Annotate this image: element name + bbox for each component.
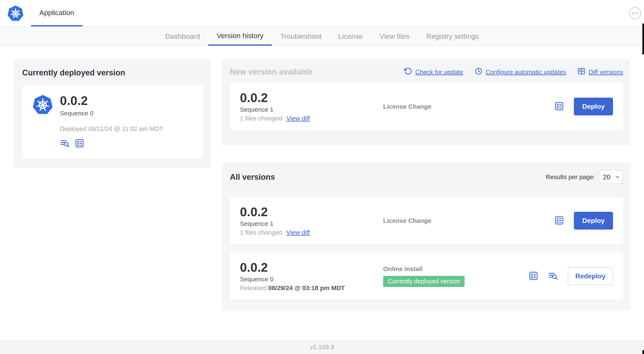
- results-per-page-value: 20: [603, 173, 610, 181]
- version-source-label: Online Install: [383, 265, 422, 272]
- released-label: Released: [240, 284, 268, 291]
- ellipsis-icon: [632, 13, 638, 14]
- currently-deployed-title: Currently deployed version: [22, 68, 203, 77]
- files-changed-label: 1 files changed: [240, 115, 282, 122]
- release-notes-button[interactable]: [554, 101, 564, 112]
- deploy-button[interactable]: Deploy: [574, 98, 613, 115]
- release-notes-button[interactable]: [74, 138, 84, 149]
- version-sequence: Sequence 0: [240, 276, 383, 283]
- new-version-panel: New version available Check for update C…: [222, 59, 630, 145]
- checklist-icon: [554, 101, 564, 112]
- scrollbar-thumb[interactable]: [642, 350, 644, 354]
- tab-view-files[interactable]: View files: [371, 27, 418, 46]
- new-version-title: New version available: [230, 68, 312, 77]
- view-logs-button[interactable]: [548, 271, 558, 281]
- redeploy-button[interactable]: Redeploy: [568, 267, 613, 285]
- version-sequence: Sequence 1: [240, 220, 383, 227]
- chevron-down-icon: [615, 174, 620, 180]
- version-number: 0.0.2: [240, 91, 383, 104]
- configure-automatic-updates-link[interactable]: Configure automatic updates: [474, 67, 566, 77]
- new-version-card: 0.0.2 Sequence 1 1 files changed View di…: [230, 83, 623, 130]
- deployed-version-number: 0.0.2: [60, 94, 163, 107]
- diff-versions-link[interactable]: Diff versions: [577, 67, 623, 77]
- release-notes-button[interactable]: [554, 215, 564, 226]
- log-search-icon: [60, 138, 70, 149]
- application-tab[interactable]: Application: [31, 0, 82, 26]
- kubernetes-logo: [0, 0, 31, 26]
- console-version: v1.109.3: [310, 343, 334, 351]
- app-header: Application: [0, 0, 644, 27]
- checklist-icon: [528, 271, 538, 281]
- deployed-timestamp: Deployed 09/11/24 @ 11:02 am MDT: [60, 125, 163, 132]
- all-versions-title: All versions: [230, 173, 275, 182]
- results-per-page-select[interactable]: 20: [599, 170, 623, 184]
- currently-deployed-panel: Currently deployed version 0.0.2 Sequenc…: [14, 59, 212, 168]
- main-content: Currently deployed version 0.0.2 Sequenc…: [0, 46, 644, 310]
- right-column: New version available Check for update C…: [222, 59, 630, 310]
- version-number: 0.0.2: [240, 205, 383, 218]
- tab-dashboard[interactable]: Dashboard: [157, 27, 208, 46]
- checklist-icon: [74, 138, 84, 149]
- check-for-update-label: Check for update: [415, 69, 463, 76]
- release-notes-button[interactable]: [528, 271, 538, 281]
- app-footer: v1.109.3: [0, 340, 644, 354]
- all-versions-panel: All versions Results per page: 20 0.0.2 …: [222, 162, 630, 310]
- files-changed-label: 1 files changed: [240, 229, 282, 236]
- log-search-icon: [548, 271, 558, 281]
- scrollbar-thumb[interactable]: [642, 24, 644, 55]
- check-for-update-link[interactable]: Check for update: [404, 67, 463, 77]
- page-tabs: Dashboard Version history Troubleshoot L…: [0, 27, 644, 46]
- view-diff-link[interactable]: View diff: [286, 115, 310, 122]
- tab-registry-settings[interactable]: Registry settings: [418, 27, 487, 46]
- released-date: 08/29/24 @ 03:18 pm MDT: [268, 284, 345, 291]
- results-per-page-label: Results per page:: [546, 173, 595, 181]
- checklist-icon: [554, 215, 564, 226]
- version-source-label: License Change: [383, 103, 431, 110]
- tab-troubleshoot[interactable]: Troubleshoot: [272, 27, 330, 46]
- configure-automatic-updates-label: Configure automatic updates: [486, 69, 566, 76]
- kubernetes-app-icon: [32, 94, 53, 149]
- released-timestamp: Released 08/29/24 @ 03:18 pm MDT: [240, 284, 383, 291]
- application-tab-label: Application: [39, 9, 74, 17]
- tab-version-history[interactable]: Version history: [208, 27, 272, 46]
- diff-versions-label: Diff versions: [588, 69, 623, 76]
- tab-license[interactable]: License: [330, 27, 371, 46]
- currently-deployed-card: 0.0.2 Sequence 0 Deployed 09/11/24 @ 11:…: [22, 85, 203, 159]
- deployed-sequence: Sequence 0: [60, 110, 163, 117]
- refresh-icon: [404, 67, 412, 77]
- view-diff-link[interactable]: View diff: [286, 229, 310, 236]
- clock-icon: [474, 67, 483, 77]
- version-row: 0.0.2 Sequence 1 1 files changed View di…: [230, 197, 623, 244]
- deploy-button[interactable]: Deploy: [574, 212, 613, 230]
- version-row: 0.0.2 Sequence 0 Released 08/29/24 @ 03:…: [230, 252, 623, 300]
- diff-table-icon: [577, 67, 586, 77]
- overflow-menu-button[interactable]: [629, 7, 641, 19]
- version-number: 0.0.2: [240, 261, 383, 274]
- view-logs-button[interactable]: [60, 138, 70, 149]
- currently-deployed-badge: Currently deployed version: [383, 276, 464, 287]
- version-source-label: License Change: [383, 217, 431, 224]
- version-sequence: Sequence 1: [240, 106, 383, 113]
